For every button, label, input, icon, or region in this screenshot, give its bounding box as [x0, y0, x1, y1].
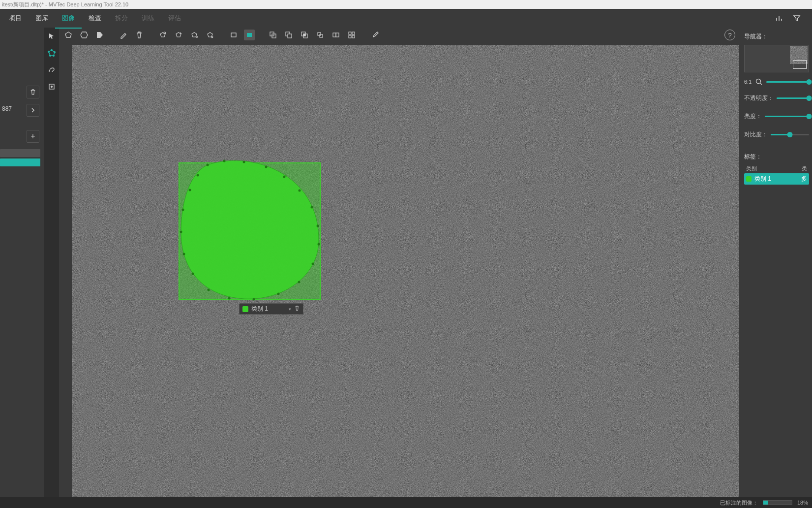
- canvas[interactable]: 类别 1 ▾: [72, 45, 739, 497]
- navigator-header: 导航器：: [744, 32, 809, 41]
- help-icon[interactable]: ?: [724, 30, 735, 40]
- menu-gallery[interactable]: 图库: [29, 11, 55, 26]
- svg-rect-9: [231, 33, 236, 37]
- opacity-label: 不透明度：: [744, 94, 774, 102]
- bool-subtract[interactable]: [283, 30, 294, 40]
- svg-point-3: [53, 55, 55, 57]
- label-name: 类别 1: [754, 175, 771, 183]
- svg-point-6: [51, 86, 53, 88]
- svg-point-28: [207, 164, 209, 166]
- smart-shape-2[interactable]: [173, 30, 184, 40]
- bool-union[interactable]: [268, 30, 278, 40]
- smart-shape-3[interactable]: [189, 30, 200, 40]
- left-panel: 887 +: [0, 28, 44, 497]
- svg-rect-25: [352, 35, 355, 38]
- svg-point-41: [228, 297, 231, 300]
- title-text: itest/新项目.dltp)* - MVTec Deep Learning T…: [2, 1, 128, 8]
- annotation-label-chip[interactable]: 类别 1 ▾: [239, 303, 303, 315]
- svg-point-45: [180, 231, 182, 233]
- svg-point-46: [182, 209, 184, 211]
- menu-train: 训练: [135, 11, 161, 26]
- delete-image-button[interactable]: [27, 86, 39, 98]
- annotation-layer[interactable]: [72, 45, 623, 458]
- smart-shape-1[interactable]: [157, 30, 168, 40]
- stats-icon[interactable]: [775, 14, 783, 23]
- svg-point-32: [283, 176, 286, 178]
- svg-point-4: [50, 55, 51, 57]
- menu-inspect[interactable]: 检查: [82, 11, 108, 26]
- svg-point-30: [243, 161, 245, 163]
- svg-rect-17: [303, 34, 305, 36]
- status-bar: 已标注的图像： 18%: [0, 497, 812, 508]
- right-panel: 导航器： 6:1 不透明度： 亮度： 对比度：: [739, 28, 812, 497]
- sidebar-bar-2[interactable]: [0, 159, 40, 166]
- menu-image[interactable]: 图像: [55, 11, 82, 26]
- label-swatch: [746, 176, 752, 182]
- svg-rect-18: [318, 32, 321, 35]
- svg-point-43: [192, 273, 194, 275]
- brush-tool[interactable]: [370, 30, 381, 40]
- freehand-tool[interactable]: [47, 65, 57, 75]
- contrast-label: 对比度：: [744, 130, 768, 139]
- shape-hexagon-tool[interactable]: [79, 30, 90, 40]
- svg-point-40: [253, 298, 255, 301]
- svg-rect-22: [349, 32, 351, 34]
- bool-divide[interactable]: [346, 30, 357, 40]
- next-image-button[interactable]: [27, 104, 39, 117]
- svg-rect-19: [320, 34, 323, 37]
- bool-intersect[interactable]: [299, 30, 310, 40]
- svg-point-2: [54, 52, 56, 53]
- rect-tool[interactable]: [228, 30, 239, 40]
- filter-icon[interactable]: [792, 14, 801, 23]
- shape-pentagon-tool[interactable]: [63, 30, 74, 40]
- label-row[interactable]: 类别 1 多: [744, 173, 809, 185]
- vertical-toolbar: [44, 28, 59, 497]
- navigator-viewport-rect[interactable]: [793, 60, 807, 69]
- annotation-delete-icon[interactable]: [294, 305, 300, 313]
- svg-point-8: [196, 36, 198, 38]
- svg-point-42: [208, 289, 210, 291]
- svg-rect-24: [349, 35, 351, 38]
- svg-point-34: [311, 206, 313, 209]
- annotation-dropdown-icon[interactable]: ▾: [289, 307, 291, 312]
- svg-point-39: [277, 293, 280, 295]
- zoom-icon[interactable]: [754, 77, 763, 86]
- edit-tool[interactable]: [118, 30, 129, 40]
- opacity-slider[interactable]: [777, 97, 809, 99]
- add-button[interactable]: +: [27, 130, 39, 143]
- rect-filled-tool[interactable]: [244, 30, 255, 40]
- svg-point-48: [197, 174, 199, 177]
- polygon-tool[interactable]: [47, 48, 57, 58]
- menu-bar: 项目 图库 图像 检查 拆分 训练 评估: [0, 9, 812, 28]
- svg-rect-23: [352, 32, 355, 34]
- magic-tool[interactable]: [47, 82, 57, 92]
- svg-point-35: [317, 225, 319, 227]
- status-labeled-images: 已标注的图像：: [720, 499, 758, 507]
- status-percent: 18%: [797, 500, 808, 506]
- smart-shape-4[interactable]: [205, 30, 215, 40]
- image-count: 887: [2, 105, 12, 112]
- delete-tool[interactable]: [134, 30, 145, 40]
- svg-point-0: [48, 51, 50, 53]
- bool-exclude[interactable]: [315, 30, 326, 40]
- labels-table-header: 类别类: [744, 164, 809, 173]
- menu-project[interactable]: 项目: [2, 11, 29, 26]
- brightness-slider[interactable]: [765, 116, 809, 117]
- main-area: 887 +: [0, 28, 812, 497]
- svg-point-1: [51, 50, 53, 51]
- svg-point-44: [183, 253, 185, 255]
- svg-point-29: [223, 160, 226, 162]
- labels-header: 标签：: [744, 153, 809, 161]
- pointer-tool[interactable]: [47, 32, 57, 41]
- svg-rect-14: [288, 34, 292, 38]
- sidebar-bar-1: [0, 149, 40, 157]
- svg-rect-20: [333, 33, 336, 37]
- shape-tag-tool[interactable]: [94, 30, 105, 40]
- bool-merge[interactable]: [331, 30, 341, 40]
- svg-point-31: [265, 166, 268, 168]
- annotation-swatch: [242, 306, 248, 312]
- contrast-slider[interactable]: [771, 134, 809, 135]
- zoom-slider[interactable]: [766, 81, 809, 83]
- status-progress: [763, 500, 792, 505]
- navigator-preview[interactable]: [744, 45, 809, 72]
